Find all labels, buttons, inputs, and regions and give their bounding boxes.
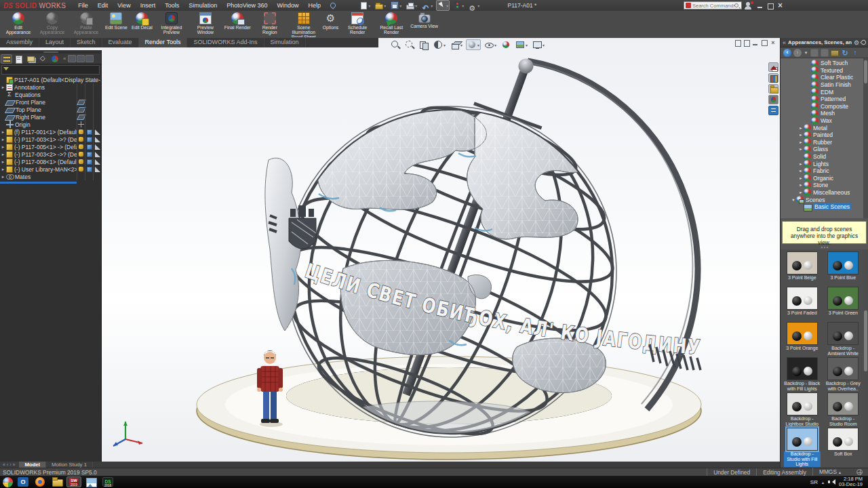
document-tab[interactable]: Motion Study 1 bbox=[46, 462, 93, 468]
menu-item[interactable]: Help bbox=[309, 2, 321, 9]
headsup-button[interactable]: ▾ bbox=[466, 39, 481, 50]
expand-caret-icon[interactable]: ▸ bbox=[798, 140, 804, 145]
taskbar-app-icon[interactable] bbox=[50, 476, 64, 487]
headsup-button[interactable]: ▾ bbox=[403, 39, 416, 50]
expand-caret-icon[interactable]: ▸ bbox=[798, 168, 804, 174]
scene-preview-image[interactable] bbox=[787, 428, 818, 451]
resources-home-icon[interactable] bbox=[768, 62, 778, 72]
qat-button[interactable]: ▾ bbox=[374, 1, 387, 11]
dropdown-caret-icon[interactable]: ▾ bbox=[477, 43, 479, 47]
minimize-button[interactable] bbox=[755, 1, 764, 10]
qat-button[interactable]: ▾ bbox=[452, 0, 465, 11]
commandmanager-tab[interactable]: Evaluate bbox=[102, 38, 139, 47]
menu-item[interactable]: Edit bbox=[98, 2, 108, 9]
file-explorer-icon[interactable] bbox=[768, 84, 778, 94]
appearance-tree-item[interactable]: Composite bbox=[782, 103, 863, 110]
add-decal-icon[interactable] bbox=[821, 49, 829, 57]
expand-caret-icon[interactable]: ▸ bbox=[798, 161, 804, 167]
display-pane-cell[interactable] bbox=[85, 173, 93, 180]
rollback-bar[interactable] bbox=[0, 182, 77, 184]
display-pane-cell[interactable] bbox=[85, 98, 93, 106]
ribbon-button[interactable]: Copy Appearance bbox=[35, 12, 69, 37]
scene-thumbnail[interactable]: Backdrop - Studio Room bbox=[825, 392, 862, 427]
expand-caret-icon[interactable]: ▸ bbox=[0, 173, 6, 180]
qat-button[interactable]: ▾ bbox=[420, 0, 434, 11]
expand-caret-icon[interactable]: ▸ bbox=[0, 136, 6, 143]
scene-preview-image[interactable] bbox=[787, 357, 818, 380]
quick-tips-globe-icon[interactable] bbox=[856, 469, 863, 475]
scene-thumbnail[interactable]: Backdrop - Lightbox Studio bbox=[784, 392, 821, 427]
doc-minimize-icon[interactable] bbox=[752, 39, 759, 46]
appearance-tree-item[interactable]: ▸ Metal bbox=[782, 124, 863, 131]
feature-tree-item[interactable]: ▸ (-) P117-008<1> (Default<<Defau bbox=[0, 158, 101, 165]
expand-caret-icon[interactable]: ▸ bbox=[0, 143, 6, 150]
dropdown-caret-icon[interactable]: ▾ bbox=[526, 43, 528, 47]
qat-button[interactable]: ▾ bbox=[359, 1, 372, 11]
ribbon-button[interactable]: Integrated Preview bbox=[155, 12, 189, 37]
tree-scrollbar[interactable] bbox=[863, 58, 868, 218]
dropdown-caret-icon[interactable]: ▾ bbox=[446, 3, 448, 8]
taskbar-app-icon[interactable]: 2018 bbox=[100, 476, 115, 487]
clock[interactable]: 2:18 PM 03-Dec-19 bbox=[839, 476, 863, 487]
scene-preview-image[interactable] bbox=[787, 287, 818, 310]
dropdown-caret-icon[interactable]: ▾ bbox=[443, 43, 446, 47]
tab-scroll-arrows[interactable]: «‹›» bbox=[0, 462, 19, 467]
scene-preview-image[interactable] bbox=[827, 428, 859, 451]
display-pane-cell[interactable] bbox=[93, 173, 101, 180]
dropdown-caret-icon[interactable]: ▾ bbox=[384, 3, 386, 8]
headsup-button[interactable]: ▾ bbox=[500, 39, 512, 50]
scene-preview-image[interactable] bbox=[787, 251, 818, 274]
appearance-tree-item[interactable]: Solid bbox=[782, 153, 863, 161]
expand-caret-icon[interactable]: ▸ bbox=[798, 132, 804, 138]
restore-button[interactable] bbox=[766, 1, 774, 10]
design-library-icon[interactable] bbox=[768, 73, 778, 83]
view-palette-icon[interactable] bbox=[768, 106, 778, 115]
assembly-root-item[interactable]: P117-A01 (Default<Display State-1>) bbox=[0, 76, 101, 83]
ribbon-button[interactable]: Scene Illumination Proof Sheet bbox=[287, 12, 321, 37]
appearance-tree-item[interactable]: EDM bbox=[782, 88, 863, 96]
taskbar-app-icon[interactable] bbox=[16, 476, 31, 487]
history-caret-icon[interactable]: ▾ bbox=[804, 49, 808, 57]
featuremanager-tab-icon[interactable] bbox=[1, 54, 12, 64]
display-pane-cell[interactable] bbox=[77, 158, 85, 165]
appearance-tree-item[interactable]: Mesh bbox=[782, 110, 863, 117]
scene-thumbnail[interactable]: Soft Box bbox=[825, 428, 862, 462]
menu-item[interactable]: Tools bbox=[165, 2, 179, 9]
appearance-tree-item[interactable]: Wax bbox=[782, 117, 863, 125]
add-appearance-icon[interactable] bbox=[810, 49, 818, 57]
search-input[interactable] bbox=[692, 3, 734, 9]
appearances-tab-icon[interactable] bbox=[768, 95, 778, 104]
ribbon-button[interactable]: Edit Decal bbox=[130, 12, 155, 37]
ribbon-button[interactable]: Options bbox=[321, 12, 340, 37]
display-pane-cell[interactable] bbox=[93, 143, 101, 150]
appearance-tree-item[interactable]: ▸ Fabric bbox=[782, 167, 863, 175]
feature-tree-item[interactable]: Right Plane bbox=[0, 113, 101, 121]
headsup-button[interactable]: ▾ bbox=[531, 39, 546, 50]
headsup-button[interactable]: ▾ bbox=[483, 39, 498, 50]
scene-thumbnail[interactable]: Backdrop - Black with Fill Lights bbox=[784, 357, 821, 392]
feature-tree-item[interactable]: Top Plane bbox=[0, 106, 101, 113]
scene-preview-image[interactable] bbox=[827, 287, 859, 310]
refresh-icon[interactable]: ↻ bbox=[841, 49, 849, 57]
scene-thumbnail[interactable]: Backdrop - Ambient White bbox=[825, 322, 862, 357]
propertymanager-tab-icon[interactable] bbox=[13, 54, 24, 64]
dropdown-caret-icon[interactable]: ▾ bbox=[399, 3, 401, 8]
feature-tree-item[interactable]: ▸ (-) P117-003<1> ->? (Default<<D bbox=[0, 136, 101, 143]
feature-tree-item[interactable]: Equations bbox=[0, 91, 101, 98]
scene-thumbnail[interactable]: 3 Point Green bbox=[825, 287, 862, 321]
dimxpertmanager-tab-icon[interactable] bbox=[37, 54, 49, 64]
headsup-button[interactable]: ▾ bbox=[418, 39, 430, 50]
search-commands-box[interactable] bbox=[684, 1, 742, 9]
appearance-tree-item[interactable]: Patterned bbox=[782, 96, 863, 103]
display-pane-cell[interactable] bbox=[93, 83, 101, 91]
scene-thumbnail[interactable]: 3 Point Faded bbox=[784, 287, 821, 321]
headsup-button[interactable]: ▾ bbox=[432, 39, 447, 50]
tab-overflow-chevron[interactable]: « bbox=[62, 56, 67, 62]
display-pane-cell[interactable] bbox=[85, 150, 93, 158]
scene-thumbnail[interactable]: Backdrop - Grey with Overhea.. bbox=[825, 357, 862, 392]
appearance-tree-item[interactable]: ▸ Miscellaneous bbox=[782, 189, 863, 197]
pin-icon[interactable] bbox=[861, 39, 867, 46]
appearance-tree-item[interactable]: ▸ Lights bbox=[782, 160, 863, 167]
display-pane-cell[interactable] bbox=[93, 158, 101, 165]
tray-expand-icon[interactable]: ▴ bbox=[822, 480, 824, 485]
